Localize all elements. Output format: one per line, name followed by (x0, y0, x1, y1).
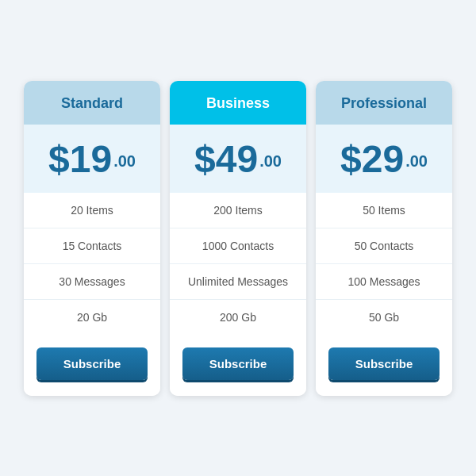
subscribe-button-professional[interactable]: Subscribe (328, 347, 440, 380)
price-cents: .00 (405, 152, 428, 170)
feature-row: 20 Items (24, 193, 160, 228)
plan-footer-professional: Subscribe (316, 335, 452, 396)
plan-card-professional: Professional$29.0050 Items50 Contacts100… (316, 81, 452, 396)
feature-row: 1000 Contacts (170, 228, 306, 264)
plan-features-business: 200 Items1000 ContactsUnlimited Messages… (170, 193, 306, 335)
plan-card-business: Business$49.00200 Items1000 ContactsUnli… (170, 81, 306, 396)
subscribe-button-business[interactable]: Subscribe (182, 347, 294, 380)
price-cents: .00 (259, 152, 282, 170)
plan-header-professional: Professional (316, 81, 452, 125)
pricing-container: Standard$19.0020 Items15 Contacts30 Mess… (8, 65, 468, 412)
feature-row: 20 Gb (24, 300, 160, 335)
plan-features-professional: 50 Items50 Contacts100 Messages50 Gb (316, 193, 452, 335)
feature-row: 30 Messages (24, 264, 160, 300)
plan-card-standard: Standard$19.0020 Items15 Contacts30 Mess… (24, 81, 160, 396)
price-cents: .00 (113, 152, 136, 170)
plan-price-business: $49.00 (170, 125, 306, 193)
plan-header-standard: Standard (24, 81, 160, 125)
plan-price-standard: $19.00 (24, 125, 160, 193)
plan-features-standard: 20 Items15 Contacts30 Messages20 Gb (24, 193, 160, 335)
feature-row: 15 Contacts (24, 228, 160, 264)
feature-row: Unlimited Messages (170, 264, 306, 300)
feature-row: 200 Items (170, 193, 306, 228)
subscribe-button-standard[interactable]: Subscribe (36, 347, 148, 380)
plan-footer-standard: Subscribe (24, 335, 160, 396)
plan-footer-business: Subscribe (170, 335, 306, 396)
price-main: $49 (194, 138, 258, 180)
plan-price-professional: $29.00 (316, 125, 452, 193)
feature-row: 50 Items (316, 193, 452, 228)
feature-row: 50 Contacts (316, 228, 452, 264)
plan-header-business: Business (170, 81, 306, 125)
price-main: $29 (340, 138, 404, 180)
price-main: $19 (48, 138, 112, 180)
feature-row: 200 Gb (170, 300, 306, 335)
feature-row: 50 Gb (316, 300, 452, 335)
feature-row: 100 Messages (316, 264, 452, 300)
